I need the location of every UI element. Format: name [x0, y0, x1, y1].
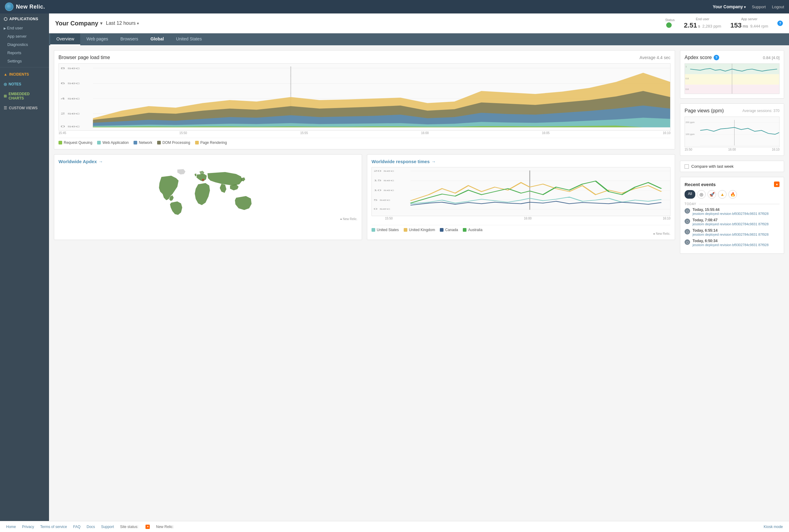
worldwide-response-label: Worldwide response times [371, 159, 430, 164]
company-selector[interactable]: Your Company [55, 20, 102, 27]
event-item-3: ⬡ Today, 6:50:34 jesstom deployed revisi… [684, 239, 779, 247]
footer-faq[interactable]: FAQ [73, 525, 80, 529]
recent-events-card: Recent events ★ All ◎ 🚀 ▲ 🔥 TODAY ⬡ [680, 177, 784, 254]
sidebar-item-appserver[interactable]: App server [0, 32, 49, 40]
apdex-left: Apdex score ? [684, 55, 719, 60]
subheader: Your Company Last 12 hours Status End us… [49, 14, 789, 33]
legend-label-uk: United Kingdom [409, 228, 435, 232]
footer-privacy[interactable]: Privacy [22, 525, 34, 529]
legend-dom: DOM Processing [157, 140, 190, 145]
tab-browsers[interactable]: Browsers [114, 33, 144, 45]
event-deploy-icon-1: ⬡ [684, 218, 690, 224]
event-time-0: Today, 15:55:44 [693, 208, 769, 212]
svg-text:10 sec: 10 sec [374, 189, 395, 192]
event-content-2: Today, 6:55:14 jesstom deployed revision… [693, 228, 769, 236]
footer-docs[interactable]: Docs [87, 525, 95, 529]
worldwide-response-arrow: → [432, 159, 436, 164]
worldwide-apdex-card: Worldwide Apdex → [54, 154, 362, 240]
filter-notes-icon[interactable]: ◎ [697, 190, 706, 199]
event-time-3: Today, 6:50:34 [693, 239, 769, 243]
legend-label-net: Network [139, 140, 152, 145]
footer-kiosk[interactable]: Kiosk mode [764, 525, 783, 529]
apdex-help-icon[interactable]: ? [714, 55, 719, 60]
tab-global[interactable]: Global [144, 33, 170, 45]
help-icon[interactable]: ? [777, 20, 783, 26]
custom-label: CUSTOM VIEWS [9, 106, 38, 110]
legend-request-queuing: Request Queuing [58, 140, 92, 145]
logout-link[interactable]: Logout [772, 5, 784, 9]
sidebar-embedded-header[interactable]: ⊞ EMBEDDED CHARTS [0, 89, 49, 103]
worldwide-response-card: Worldwide response times → 20 sec 15 sec… [367, 154, 675, 240]
svg-text:8 sec: 8 sec [61, 67, 80, 70]
content-area: Browser page load time Average 4.4 sec 8… [49, 45, 789, 259]
page-tabs: Overview Web pages Browsers Global Unite… [49, 33, 789, 45]
svg-text:200 ppm: 200 ppm [685, 121, 695, 124]
sidebar-incidents-header[interactable]: ▲ INCIDENTS [0, 69, 49, 79]
bpl-x-axis: 15:45 15:50 15:55 16:00 16:05 16:10 [58, 131, 671, 135]
main-content: Your Company Last 12 hours Status End us… [49, 14, 789, 521]
main-layout: ⬡ APPLICATIONS End user App server Diagn… [0, 14, 789, 521]
rss-icon[interactable]: ★ [774, 182, 779, 187]
sidebar-notes-header[interactable]: ◎ NOTES [0, 79, 49, 89]
footer: Home Privacy Terms of service FAQ Docs S… [0, 521, 789, 532]
status-dot [666, 22, 672, 28]
sidebar-item-enduser[interactable]: End user [0, 24, 49, 32]
filter-deploy-icon[interactable]: 🚀 [708, 190, 716, 199]
incidents-label: INCIDENTS [9, 72, 29, 77]
tab-overview[interactable]: Overview [50, 33, 80, 45]
legend-label-rq: Request Queuing [64, 140, 92, 145]
footer-terms[interactable]: Terms of service [40, 525, 67, 529]
worldwide-apdex-title[interactable]: Worldwide Apdex → [58, 159, 357, 164]
left-panel: Browser page load time Average 4.4 sec 8… [54, 50, 675, 254]
filter-alert-icon[interactable]: ▲ [718, 190, 727, 199]
legend-dot-rq [58, 141, 62, 145]
apdex-card: Apdex score ? 0.84 [4.0] 1 [680, 50, 784, 99]
filter-incident-icon[interactable]: 🔥 [728, 190, 737, 199]
brand-name: New Relic. [16, 4, 45, 10]
footer-support[interactable]: Support [101, 525, 114, 529]
status-label: Status [665, 18, 675, 22]
sidebar-item-reports[interactable]: Reports [0, 49, 49, 57]
apdex-chart-area: 1 0.8 0.6 [684, 63, 779, 94]
company-dropdown[interactable]: Your Company [713, 4, 746, 9]
footer-new-relic-label: New Relic: [156, 525, 173, 529]
sidebar-item-diagnostics[interactable]: Diagnostics [0, 40, 49, 49]
time-selector[interactable]: Last 12 hours [106, 20, 139, 26]
applications-label: APPLICATIONS [10, 17, 38, 21]
sidebar-applications-header: ⬡ APPLICATIONS [0, 14, 49, 24]
bpl-legend: Request Queuing Web Application Network [58, 138, 671, 145]
bpl-chart-avg: Average 4.4 sec [640, 55, 671, 60]
time-1: 15:45 [58, 131, 66, 135]
subheader-right: Status End user 2.51 s 2,283 ppm [665, 17, 783, 30]
event-time-1: Today, 7:08:47 [693, 218, 769, 222]
appserver-label: App server [731, 17, 769, 21]
embedded-icon: ⊞ [4, 94, 7, 98]
event-content-1: Today, 7:08:47 jesstom deployed revision… [693, 218, 769, 226]
compare-checkbox[interactable] [684, 164, 689, 169]
incidents-icon: ▲ [4, 72, 7, 77]
tab-unitedstates[interactable]: United States [170, 33, 208, 45]
event-item-2: ⬡ Today, 6:55:14 jesstom deployed revisi… [684, 228, 779, 236]
worldwide-response-title[interactable]: Worldwide response times → [371, 159, 671, 164]
support-link[interactable]: Support [752, 5, 766, 9]
enduser-sub: 2,283 ppm [701, 24, 721, 28]
enduser-value: 2.51 [684, 21, 697, 29]
tab-webpages[interactable]: Web pages [80, 33, 114, 45]
pv-time-2: 16:00 [728, 148, 736, 151]
sidebar-custom-header[interactable]: ☰ CUSTOM VIEWS [0, 103, 49, 113]
sidebar-item-settings[interactable]: Settings [0, 57, 49, 65]
wrt-time-2: 16:00 [524, 217, 531, 220]
pv-title: Page views (ppm) [684, 108, 724, 114]
filter-all[interactable]: All [684, 190, 695, 199]
pv-time-1: 15:50 [684, 148, 692, 151]
event-filter-row: All ◎ 🚀 ▲ 🔥 [684, 190, 779, 199]
legend-label-australia: Australia [468, 228, 482, 232]
footer-status-icon: ★ [146, 525, 150, 529]
apdex-value: 0.84 [4.0] [763, 55, 779, 60]
apdex-title: Apdex score [684, 55, 712, 60]
event-desc-3: jesstom deployed revision bf9302784c9831… [693, 243, 769, 247]
pv-x-axis: 15:50 16:00 16:10 [684, 147, 779, 151]
svg-text:20 sec: 20 sec [374, 169, 395, 172]
footer-home[interactable]: Home [6, 525, 16, 529]
applications-icon: ⬡ [4, 17, 8, 21]
